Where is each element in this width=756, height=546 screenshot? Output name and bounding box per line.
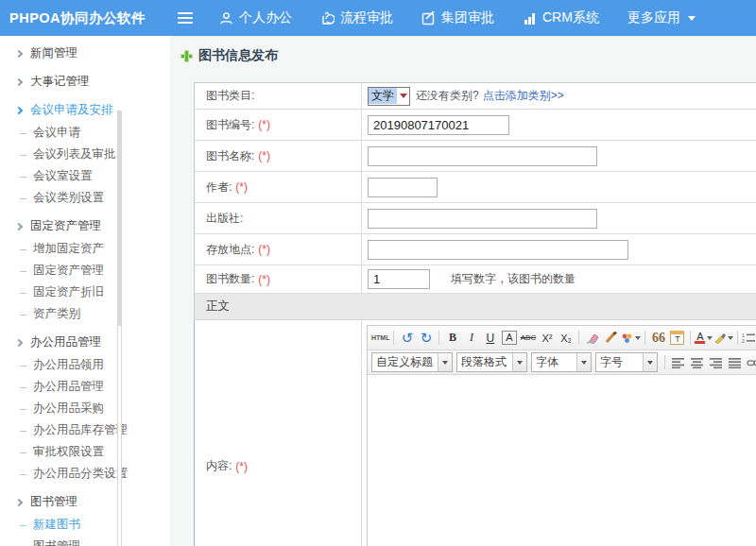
editor-content-area[interactable] (368, 375, 756, 546)
sidebar-item-asset-mgmt[interactable]: 固定资产管理 (0, 215, 170, 237)
book-number-input[interactable] (368, 115, 509, 135)
sidebar-item-events-mgmt[interactable]: 大事记管理 (0, 71, 170, 93)
field-label: 图书数量:(*) (195, 265, 362, 293)
custom-title-select[interactable]: 自定义标题 (371, 352, 453, 372)
sidebar-item-asset-add[interactable]: 增加固定资产 (0, 238, 170, 260)
highlight-pen-button[interactable] (713, 329, 733, 348)
superscript-button[interactable]: X² (538, 329, 556, 348)
publisher-input[interactable] (368, 209, 597, 229)
sidebar-item-meeting-category[interactable]: 会议类别设置 (0, 187, 170, 209)
sidebar-item-book-new[interactable]: 新建图书 (0, 514, 170, 536)
align-right-button[interactable] (707, 353, 725, 372)
form-row-quantity: 图书数量:(*) 填写数字，该图书的数量 (195, 265, 756, 294)
bold-button[interactable]: B (443, 329, 461, 348)
font-size-select[interactable]: 字号 (595, 352, 658, 372)
sidebar-item-approve-permission[interactable]: 审批权限设置 (0, 441, 170, 463)
blockquote-button[interactable]: 66 (649, 329, 667, 348)
section-header-body: 正文 (195, 294, 756, 320)
sidebar-item-meeting-apply[interactable]: 会议申请 (0, 122, 170, 144)
location-input[interactable] (368, 240, 628, 260)
nav-group-approve[interactable]: 集团审批 (421, 9, 494, 26)
format-brush-button[interactable] (602, 329, 620, 348)
quantity-input[interactable] (368, 269, 430, 289)
insert-link-button[interactable] (745, 353, 756, 372)
underline-button[interactable]: U (481, 329, 499, 348)
sidebar-item-supplies-manage[interactable]: 办公用品管理 (0, 376, 170, 398)
sidebar-item-asset-category[interactable]: 资产类别 (0, 303, 170, 325)
ordered-list-button[interactable]: 12 (742, 329, 756, 348)
required-marker: (*) (258, 149, 270, 162)
sidebar-scrollbar[interactable] (117, 111, 122, 546)
field-label: 图书名称:(*) (195, 141, 362, 171)
select-arrow-icon (438, 353, 452, 371)
sidebar-item-supplies-purchase[interactable]: 办公用品采购 (0, 398, 170, 419)
sidebar-item-meeting-room[interactable]: 会议室设置 (0, 165, 170, 187)
main-content: 图书信息发布 图书类目: 文学 还没有类别? 点击添加类别>> 图书编号:(*) (170, 36, 756, 546)
chevron-right-icon (15, 77, 23, 85)
chevron-right-icon (15, 222, 23, 230)
color-palette-button[interactable] (621, 329, 641, 348)
nav-personal-office[interactable]: 个人办公 (219, 9, 292, 26)
editor-toolbar-row1: HTML ↺ ↻ B I U A ABC X² X₂ (368, 326, 756, 350)
font-color-button[interactable]: A (695, 329, 713, 348)
required-marker: (*) (235, 460, 248, 473)
add-plus-icon (180, 50, 193, 62)
form-row-content: 内容:(*) HTML ↺ ↻ B I U A (194, 320, 756, 546)
menu-hamburger-icon[interactable] (178, 12, 193, 24)
sidebar-item-asset-depreciation[interactable]: 固定资产折旧 (0, 282, 170, 303)
field-label: 出版社: (195, 203, 362, 233)
paragraph-format-select[interactable]: 段落格式 (456, 352, 527, 372)
sidebar-item-supplies-claim[interactable]: 办公用品领用 (0, 354, 170, 376)
sidebar-item-meeting-mgmt[interactable]: 会议申请及安排 (0, 99, 170, 121)
font-style-box-button[interactable]: A (502, 331, 517, 345)
sidebar-item-meeting-list[interactable]: 会议列表及审批 (0, 144, 170, 165)
chevron-right-icon (15, 338, 23, 346)
subscript-button[interactable]: X₂ (557, 329, 575, 348)
form-row-location: 存放地点:(*) (195, 234, 756, 265)
sidebar-item-book-mgmt[interactable]: 图书管理 (0, 491, 170, 513)
select-arrow-icon (512, 353, 526, 371)
align-justify-button[interactable] (726, 353, 744, 372)
form-row-category: 图书类目: 文学 还没有类别? 点击添加类别>> (195, 83, 756, 110)
sidebar-item-supplies-stock[interactable]: 办公用品库存管理 (0, 419, 170, 441)
html-source-button[interactable]: HTML (371, 329, 389, 348)
nav-crm-system[interactable]: CRM系统 (523, 9, 599, 26)
italic-button[interactable]: I (462, 329, 480, 348)
book-name-input[interactable] (368, 146, 597, 166)
chevron-right-icon (15, 498, 23, 505)
align-left-button[interactable] (669, 353, 687, 372)
eraser-button[interactable] (583, 329, 601, 348)
svg-text:1: 1 (742, 333, 745, 338)
book-form-table: 图书类目: 文学 还没有类别? 点击添加类别>> 图书编号:(*) 图书名称:(… (194, 82, 756, 546)
add-category-link[interactable]: 点击添加类别>> (483, 88, 564, 104)
strikethrough-button[interactable]: ABC (519, 329, 537, 348)
font-family-select[interactable]: 字体 (531, 352, 592, 372)
sidebar-item-supplies-mgmt[interactable]: 办公用品管理 (0, 332, 170, 353)
field-label: 存放地点:(*) (195, 234, 362, 264)
user-icon (219, 11, 233, 26)
paste-as-text-button[interactable]: T (668, 329, 686, 348)
group-approve-icon (421, 11, 436, 26)
required-marker: (*) (258, 118, 270, 131)
undo-button[interactable]: ↺ (398, 329, 416, 348)
sidebar-item-news-mgmt[interactable]: 新闻管理 (0, 43, 170, 64)
sidebar-item-book-manage[interactable]: 图书管理 (0, 536, 170, 546)
select-arrow-icon (643, 353, 657, 371)
author-input[interactable] (368, 178, 438, 197)
app-logo: PHPOA协同办公软件 (0, 9, 170, 27)
workflow-icon (320, 11, 335, 26)
page-title: 图书信息发布 (180, 47, 278, 64)
sidebar-item-supplies-category[interactable]: 办公用品分类设置 (0, 463, 170, 485)
sidebar-menu: 新闻管理 大事记管理 会议申请及安排 会议申请 会议列表及审批 会议室设置 会议… (0, 36, 170, 546)
nav-more-apps[interactable]: 更多应用 (627, 9, 696, 26)
sidebar-scrollbar-thumb[interactable] (118, 111, 121, 326)
category-select[interactable]: 文学 (368, 87, 410, 106)
redo-button[interactable]: ↻ (417, 329, 435, 348)
quantity-hint-text: 填写数字，该图书的数量 (451, 271, 576, 287)
top-navbar: PHPOA协同办公软件 个人办公 流程审批 集团审批 CRM系统 更多应用 (0, 0, 756, 36)
nav-workflow-approve[interactable]: 流程审批 (320, 9, 393, 26)
crm-chart-icon (523, 11, 537, 26)
sidebar-item-asset-manage[interactable]: 固定资产管理 (0, 260, 170, 282)
chevron-right-icon (15, 49, 23, 57)
align-center-button[interactable] (688, 353, 706, 372)
